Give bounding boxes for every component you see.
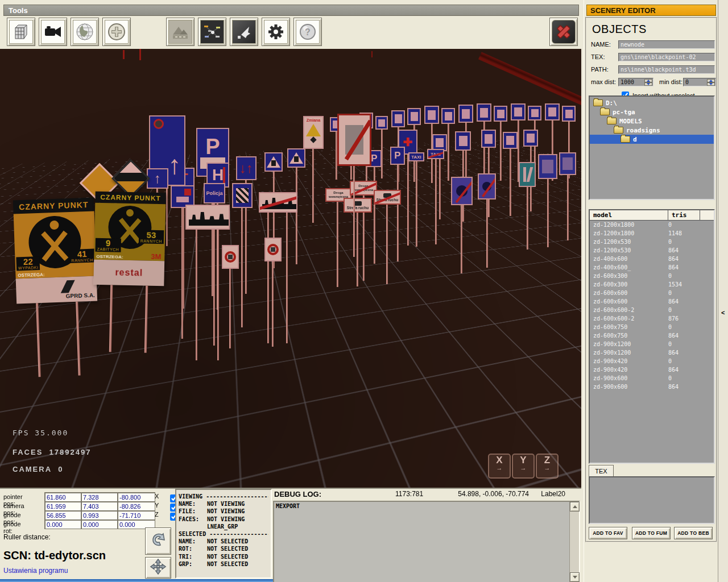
gnode-pos-x[interactable]: [44, 510, 82, 520]
gnode-rot-x[interactable]: [44, 519, 82, 529]
max-dist-spinner[interactable]: [644, 79, 652, 85]
czarny-punkt-billboard-1[interactable]: CZARNY PUNKT 22WYPADKI 41RANNYCH OSTRZEG…: [13, 198, 97, 304]
model-cell: zd-600x600-2: [590, 314, 668, 323]
axis-x-checkbox[interactable]: X: [155, 493, 159, 500]
model-cell: zd-1200x1800: [590, 221, 668, 229]
model-row[interactable]: zd-400x600_864: [590, 263, 714, 272]
model-row[interactable]: zd-600x7500: [590, 323, 714, 331]
tris-cell: 0: [668, 221, 700, 229]
model-row[interactable]: zd-900x4200: [590, 357, 714, 365]
close-button[interactable]: [549, 18, 578, 46]
model-cell: zd-900x420: [590, 365, 668, 374]
gnode-rot-y[interactable]: [81, 519, 119, 529]
program-settings-link[interactable]: Ustawienia programu: [3, 565, 68, 575]
model-row[interactable]: zd-900x600864: [590, 383, 714, 391]
path-field[interactable]: ns\inne\blackpoint.t3d: [618, 65, 715, 74]
arrow-right-icon: →: [489, 464, 510, 471]
pointer-button[interactable]: [230, 18, 258, 46]
model-row[interactable]: zd-1200x18000: [590, 221, 714, 229]
tree-item-roadsigns[interactable]: roadsigns: [590, 126, 714, 135]
debug-counter: 1173:781: [395, 490, 423, 498]
undo-button[interactable]: [145, 527, 171, 555]
model-row[interactable]: zd-900x6000: [590, 374, 714, 383]
tree-item-drive[interactable]: D:\: [590, 98, 714, 107]
tree-item-pc-tga[interactable]: pc-tga: [590, 107, 714, 117]
add-button[interactable]: [102, 18, 131, 46]
tris-cell: 864: [668, 365, 700, 374]
help-icon: ?: [296, 20, 320, 44]
model-row[interactable]: zd-600x600-20: [590, 306, 714, 314]
axis-z-button[interactable]: Z→: [536, 454, 559, 479]
axis-y-checkbox[interactable]: Y: [155, 502, 159, 509]
move-button[interactable]: [145, 557, 171, 579]
settings-button[interactable]: [262, 18, 290, 46]
log-scrollbar[interactable]: [569, 502, 579, 582]
model-table-header: model tris: [590, 210, 714, 221]
camera-pos-x[interactable]: [44, 501, 82, 511]
model-row[interactable]: zd-1200x530864: [590, 246, 714, 255]
model-row[interactable]: zd-600x750864: [590, 331, 714, 340]
tris-cell: 0: [668, 272, 700, 280]
axis-y-button[interactable]: Y→: [512, 454, 535, 479]
collapse-handle[interactable]: <: [721, 309, 725, 316]
max-dist-field[interactable]: 1000: [618, 78, 653, 86]
camera-pos-z[interactable]: [117, 501, 155, 511]
scene-viewport[interactable]: ✚ TAXI TAXI P P Droga wewnętrzna Droga w…: [0, 49, 581, 488]
tex-tab[interactable]: TEX: [589, 465, 614, 477]
min-dist-field[interactable]: 0: [683, 78, 716, 86]
model-row[interactable]: zd-900x420864: [590, 365, 714, 374]
axis-z-checkbox[interactable]: Z: [155, 511, 159, 518]
tris-cell: 0: [668, 374, 700, 383]
add-to-fav-button[interactable]: ADD TO FAV: [589, 527, 627, 539]
pointer-pos-x[interactable]: [44, 492, 82, 502]
grid-cube-button[interactable]: [7, 18, 35, 46]
striped-diamond-sign[interactable]: [117, 165, 144, 192]
model-row[interactable]: zd-1200x18001148: [590, 229, 714, 238]
tris-cell: 0: [668, 306, 700, 314]
model-row[interactable]: zd-600x3001534: [590, 280, 714, 289]
tree-item-d-selected[interactable]: d: [590, 135, 714, 144]
folder-icon: [600, 109, 610, 115]
tris-column-header[interactable]: tris: [668, 210, 700, 220]
model-row[interactable]: zd-900x12000: [590, 340, 714, 348]
gnode-pos-z[interactable]: [117, 510, 155, 520]
globe-button[interactable]: [71, 18, 99, 46]
axis-x-button[interactable]: X→: [488, 454, 511, 479]
nodes-button[interactable]: [198, 18, 226, 46]
model-row[interactable]: zd-600x3000: [590, 272, 714, 280]
camera-readout: CAMERA 0: [13, 465, 64, 473]
help-button[interactable]: ?: [293, 18, 322, 46]
debug-coords: 54.898, -0.006, -70.774: [458, 490, 529, 498]
camera-pos-y[interactable]: [81, 501, 119, 511]
folder-icon: [593, 99, 603, 106]
tris-cell: 864: [668, 297, 700, 306]
min-dist-label: min dist:: [659, 78, 682, 85]
model-row[interactable]: zd-600x6000: [590, 289, 714, 297]
czarny-punkt-billboard-2[interactable]: CZARNY PUNKT 9ZABITYCH 53RANNYCH OSTRZEG…: [93, 192, 166, 286]
scroll-up-button[interactable]: [570, 502, 580, 512]
add-to-fum-button[interactable]: ADD TO FUM: [632, 527, 671, 539]
model-row[interactable]: zd-900x1200864: [590, 348, 714, 357]
faces-readout: FACES 17892497: [13, 448, 91, 456]
empty-column-header: [700, 210, 714, 220]
model-column-header[interactable]: model: [590, 210, 668, 220]
scroll-down-button[interactable]: [570, 572, 580, 582]
model-row[interactable]: zd-1200x5300: [590, 238, 714, 246]
camera-button[interactable]: [39, 18, 67, 46]
pointer-pos-y[interactable]: [81, 492, 119, 502]
pointer-pos-z[interactable]: [117, 492, 155, 502]
model-table: model tris zd-1200x18000 zd-1200x1800114…: [589, 209, 715, 464]
tex-field[interactable]: gns\inne\blackpoint-02: [618, 53, 715, 61]
tris-cell: 0: [668, 238, 700, 246]
tree-item-models[interactable]: MODELS: [590, 117, 714, 126]
min-dist-spinner[interactable]: [707, 79, 715, 85]
model-row[interactable]: zd-600x600-2876: [590, 314, 714, 323]
name-field[interactable]: newnode: [618, 40, 715, 49]
ruler-distance-label: Ruller distance:: [3, 533, 51, 541]
terrain-button[interactable]: [166, 18, 195, 46]
add-to-beb-button[interactable]: ADD TO BEB: [674, 527, 713, 539]
model-row[interactable]: zd-400x600864: [590, 255, 714, 263]
gnode-pos-y[interactable]: [81, 510, 119, 520]
debug-log-output[interactable]: MEXPORT: [273, 501, 580, 582]
model-row[interactable]: zd-600x600864: [590, 297, 714, 306]
